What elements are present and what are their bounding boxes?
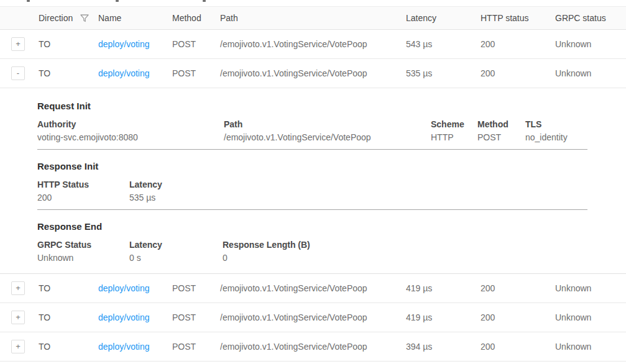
filter-icon[interactable] [80, 14, 89, 22]
resource-link[interactable]: deploy/voting [98, 68, 150, 78]
tls-value: no_identity [525, 132, 587, 142]
cell-path: /emojivoto.v1.VotingService/VotePoop [220, 342, 406, 352]
cell-grpc-status: Unknown [555, 283, 626, 293]
table-row: - TO deploy/voting POST /emojivoto.v1.Vo… [0, 59, 626, 88]
cell-path: /emojivoto.v1.VotingService/VotePoop [220, 312, 406, 322]
cell-method: POST [172, 342, 220, 352]
latency-value: 535 µs [129, 193, 587, 202]
expand-row-button[interactable]: + [11, 37, 25, 51]
table-row: + TO deploy/voting POST /emojivoto.v1.Vo… [0, 303, 626, 332]
cell-method: POST [172, 68, 220, 78]
grpc-status-label: GRPC Status [37, 240, 129, 250]
expand-row-button[interactable]: + [11, 311, 25, 324]
cell-direction: TO [39, 283, 98, 293]
cell-http-status: 200 [481, 68, 555, 78]
clipped-text-row [0, 0, 626, 6]
column-header-http-status: HTTP status [481, 13, 555, 23]
cell-direction: TO [39, 312, 98, 322]
cell-grpc-status: Unknown [555, 68, 626, 78]
resource-link[interactable]: deploy/voting [98, 342, 150, 352]
cell-grpc-status: Unknown [555, 39, 626, 49]
latency-label: Latency [129, 180, 587, 189]
http-status-label: HTTP Status [37, 180, 129, 189]
cell-http-status: 200 [481, 39, 555, 49]
tap-table-view: Direction Name Method Path Latency HTTP … [0, 0, 626, 364]
grpc-status-value: Unknown [37, 253, 129, 263]
column-header-grpc-status: GRPC status [555, 13, 626, 23]
method-label: Method [477, 119, 525, 129]
scheme-label: Scheme [431, 119, 477, 129]
cell-path: /emojivoto.v1.VotingService/VotePoop [220, 283, 406, 293]
cell-direction: TO [39, 68, 98, 78]
request-detail-panel: Request Init Authority voting-svc.emojiv… [0, 88, 626, 274]
cell-path: /emojivoto.v1.VotingService/VotePoop [220, 68, 406, 78]
table-row: + TO deploy/voting POST /emojivoto.v1.Vo… [0, 30, 626, 59]
cell-latency: 543 µs [406, 39, 481, 49]
latency-label: Latency [129, 240, 223, 250]
cell-path: /emojivoto.v1.VotingService/VotePoop [220, 39, 406, 49]
table-row: + TO deploy/voting POST /emojivoto.v1.Vo… [0, 332, 626, 362]
table-row: + TO deploy/voting POST /emojivoto.v1.Vo… [0, 274, 626, 303]
column-header-path: Path [220, 13, 406, 23]
column-header-direction-label: Direction [39, 13, 73, 23]
path-value: /emojivoto.v1.VotingService/VotePoop [224, 132, 431, 142]
collapse-row-button[interactable]: - [11, 66, 25, 80]
cell-grpc-status: Unknown [555, 342, 626, 352]
scheme-value: HTTP [431, 132, 477, 142]
method-value: POST [477, 132, 525, 142]
clipped-text-fragment [27, 0, 30, 2]
cell-http-status: 200 [481, 312, 555, 322]
column-header-latency: Latency [406, 13, 481, 23]
column-header-direction: Direction [39, 13, 98, 23]
cell-grpc-status: Unknown [555, 312, 626, 322]
clipped-text-fragment [203, 0, 206, 2]
section-title: Request Init [37, 101, 587, 111]
latency-value: 0 s [129, 253, 223, 263]
section-title: Response Init [37, 161, 587, 171]
cell-latency: 419 µs [406, 283, 481, 293]
cell-http-status: 200 [481, 342, 555, 352]
resource-link[interactable]: deploy/voting [98, 283, 150, 293]
http-status-value: 200 [37, 193, 129, 202]
tls-label: TLS [525, 119, 587, 129]
section-title: Response End [37, 221, 587, 232]
expand-row-button[interactable]: + [11, 340, 25, 353]
authority-label: Authority [37, 119, 224, 129]
cell-direction: TO [39, 342, 98, 352]
response-length-label: Response Length (B) [223, 240, 587, 250]
column-header-method: Method [172, 13, 220, 23]
cell-method: POST [172, 39, 220, 49]
response-init-section: Response Init HTTP Status 200 Latency 53… [37, 150, 587, 210]
cell-http-status: 200 [481, 283, 555, 293]
response-length-value: 0 [223, 253, 587, 263]
cell-latency: 394 µs [406, 342, 481, 352]
cell-method: POST [172, 283, 220, 293]
column-header-name: Name [98, 13, 172, 23]
request-init-section: Request Init Authority voting-svc.emojiv… [37, 88, 587, 150]
cell-method: POST [172, 312, 220, 322]
cell-latency: 419 µs [406, 312, 481, 322]
response-end-section: Response End GRPC Status Unknown Latency… [37, 210, 587, 273]
path-label: Path [224, 119, 431, 129]
resource-link[interactable]: deploy/voting [98, 312, 150, 322]
clipped-text-fragment [116, 0, 119, 2]
cell-direction: TO [39, 39, 98, 49]
authority-value: voting-svc.emojivoto:8080 [37, 132, 224, 142]
resource-link[interactable]: deploy/voting [98, 39, 150, 49]
cell-latency: 535 µs [406, 68, 481, 78]
table-header-row: Direction Name Method Path Latency HTTP … [0, 6, 626, 30]
expand-row-button[interactable]: + [11, 281, 25, 295]
